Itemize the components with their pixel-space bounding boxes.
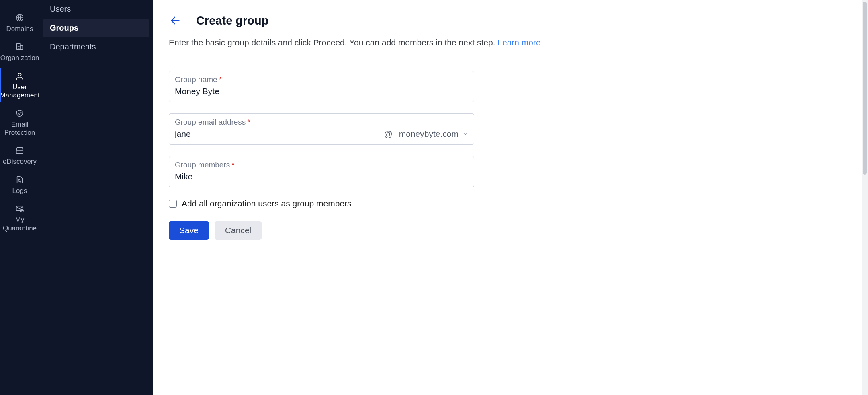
sidebar-item-label: Organization	[0, 54, 39, 62]
sidebar-item-label: User Management	[0, 83, 40, 100]
add-all-users-checkbox-row[interactable]: Add all organization users as group memb…	[169, 199, 474, 208]
scrollbar-thumb[interactable]	[863, 2, 867, 175]
sidebar-item-user-management[interactable]: User Management	[0, 66, 39, 104]
group-name-input[interactable]	[175, 86, 468, 97]
group-name-label-text: Group name	[175, 75, 217, 84]
subtitle-text: Enter the basic group details and click …	[169, 38, 497, 47]
add-all-users-checkbox[interactable]	[169, 200, 177, 208]
sidebar-item-my-quarantine[interactable]: My Quarantine	[0, 199, 39, 237]
building-icon	[15, 42, 25, 51]
vertical-scrollbar[interactable]	[862, 0, 868, 395]
group-members-label-text: Group members	[175, 160, 230, 169]
chevron-down-icon	[463, 131, 468, 137]
sidebar-item-domains[interactable]: Domains	[0, 8, 39, 37]
sidebar-item-label: eDiscovery	[3, 158, 37, 166]
group-name-field[interactable]: Group name*	[169, 71, 474, 102]
drawer-icon	[15, 146, 25, 155]
sidebar-primary: DomainsOrganizationUser ManagementEmail …	[0, 0, 39, 395]
group-members-label: Group members*	[175, 160, 468, 169]
sidebar-item-label: Logs	[12, 187, 27, 195]
svg-rect-3	[20, 46, 23, 50]
group-email-input[interactable]	[175, 128, 384, 140]
page-subtitle: Enter the basic group details and click …	[169, 38, 852, 47]
group-members-input[interactable]	[175, 171, 468, 182]
email-suffix: @ moneybyte.com	[384, 129, 468, 139]
mail-block-icon	[15, 204, 25, 214]
form-actions: Save Cancel	[169, 221, 474, 240]
sub-nav-users[interactable]: Users	[43, 0, 149, 18]
cancel-button[interactable]: Cancel	[215, 221, 262, 240]
shield-icon	[15, 109, 25, 118]
arrow-left-icon	[170, 15, 181, 26]
sidebar-item-ediscovery[interactable]: eDiscovery	[0, 141, 39, 170]
file-search-icon	[15, 175, 25, 185]
app-root: DomainsOrganizationUser ManagementEmail …	[0, 0, 868, 395]
sidebar-item-organization[interactable]: Organization	[0, 37, 39, 66]
group-name-label: Group name*	[175, 75, 468, 84]
sidebar-item-label: My Quarantine	[3, 216, 37, 232]
svg-line-11	[20, 181, 21, 182]
learn-more-link[interactable]: Learn more	[497, 38, 540, 47]
sidebar-item-logs[interactable]: Logs	[0, 170, 39, 199]
sub-nav-departments[interactable]: Departments	[43, 38, 149, 56]
required-asterisk: *	[231, 160, 234, 169]
sidebar-secondary: UsersGroupsDepartments	[39, 0, 153, 395]
sidebar-item-label: Email Protection	[4, 121, 35, 137]
add-all-users-label: Add all organization users as group memb…	[182, 199, 352, 208]
sidebar-item-email-protection[interactable]: Email Protection	[0, 104, 39, 141]
group-email-label: Group email address*	[175, 118, 468, 127]
at-symbol: @	[384, 129, 392, 139]
header-row: Create group	[169, 11, 852, 30]
page-title: Create group	[196, 14, 268, 27]
domain-value: moneybyte.com	[399, 129, 459, 139]
svg-point-7	[18, 73, 21, 76]
required-asterisk: *	[247, 118, 250, 126]
sidebar-item-label: Domains	[6, 25, 33, 33]
save-button[interactable]: Save	[169, 221, 209, 240]
user-icon	[15, 71, 25, 81]
back-button[interactable]	[169, 11, 187, 30]
globe-icon	[15, 13, 25, 23]
group-email-field[interactable]: Group email address* @ moneybyte.com	[169, 113, 474, 145]
sub-nav-groups[interactable]: Groups	[43, 19, 149, 37]
domain-dropdown[interactable]: moneybyte.com	[399, 129, 468, 139]
group-members-field[interactable]: Group members*	[169, 156, 474, 187]
create-group-form: Group name* Group email address* @ money…	[169, 71, 474, 240]
main-content: Create group Enter the basic group detai…	[153, 0, 868, 395]
required-asterisk: *	[219, 75, 222, 84]
group-email-label-text: Group email address	[175, 118, 246, 126]
